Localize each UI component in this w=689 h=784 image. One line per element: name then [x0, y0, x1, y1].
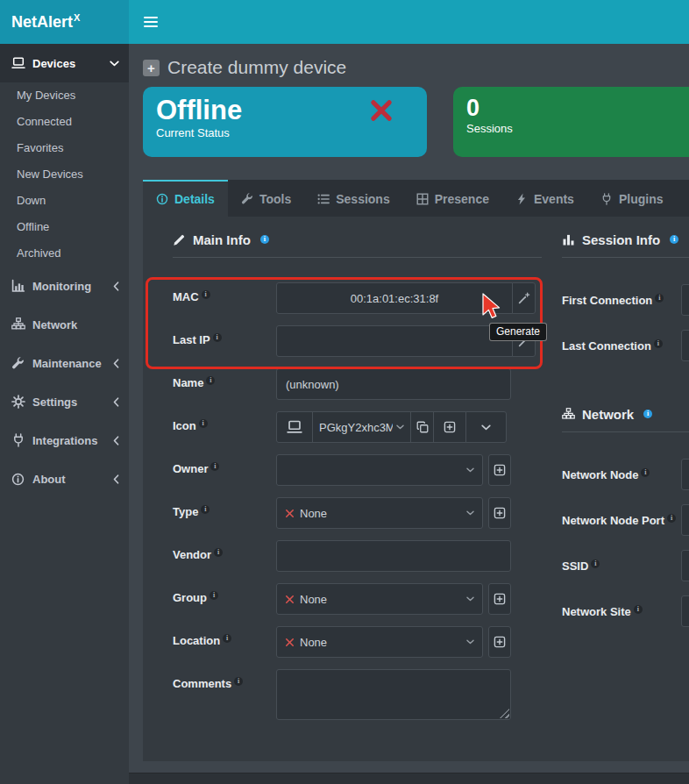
menu-toggle-button[interactable] [144, 17, 158, 27]
vendor-input[interactable] [276, 540, 511, 572]
add-group-button[interactable] [488, 583, 511, 615]
current-status-box[interactable]: Offline Current Status [143, 87, 427, 157]
tab-tools[interactable]: Tools [228, 180, 304, 217]
icon-preview-button[interactable] [276, 411, 313, 443]
ssid-input[interactable] [681, 550, 689, 581]
network-node-port-input[interactable] [681, 504, 689, 536]
owner-label: Owner [173, 454, 276, 475]
info-icon[interactable] [260, 235, 269, 244]
devices-submenu: My Devices Connected Favorites New Devic… [0, 82, 129, 267]
tab-details[interactable]: Details [143, 180, 228, 217]
page-title: Create dummy device [143, 55, 689, 80]
sitemap-icon [562, 408, 575, 421]
wrench-icon [241, 193, 253, 205]
info-icon [214, 548, 223, 557]
comments-textarea[interactable] [276, 669, 511, 720]
bar-chart-icon [562, 233, 575, 246]
field-row-ssid: SSID [562, 550, 689, 581]
plus-square-icon [444, 421, 456, 433]
main-info-header: Main Info [173, 231, 542, 248]
chevron-down-icon [396, 424, 404, 430]
tab-plugins[interactable]: Plugins [587, 180, 677, 217]
info-icon [654, 339, 663, 348]
owner-select[interactable] [276, 454, 483, 486]
network-node-label: Network Node [562, 459, 681, 484]
field-row-first-connection: First Connection [562, 284, 689, 316]
add-icon-button[interactable] [433, 411, 466, 443]
sidebar-item-label: About [32, 473, 66, 486]
sitemap-icon [11, 317, 25, 331]
sidebar-item-my-devices[interactable]: My Devices [0, 82, 129, 109]
sidebar-item-connected[interactable]: Connected [0, 109, 129, 135]
sidebar-item-maintenance[interactable]: Maintenance [0, 344, 129, 382]
field-row-owner: Owner [173, 454, 542, 486]
last-connection-input[interactable] [681, 330, 689, 361]
sidebar-item-favorites[interactable]: Favorites [0, 135, 129, 161]
details-panel: Main Info MAC Last IP [143, 217, 689, 761]
info-icon[interactable] [643, 410, 652, 418]
icon-select[interactable]: PGkgY2xhc3M [312, 411, 411, 443]
copy-icon-button[interactable] [410, 411, 434, 443]
field-row-mac: MAC [173, 282, 542, 314]
location-select[interactable]: None [276, 626, 483, 658]
tab-label: Presence [435, 192, 489, 206]
plus-square-icon [494, 507, 506, 519]
sidebar-item-down[interactable]: Down [0, 188, 129, 214]
sessions-value: 0 [466, 94, 689, 122]
plus-square-icon [494, 464, 506, 476]
sidebar-item-label: Network [32, 318, 77, 331]
sidebar-item-devices[interactable]: Devices [0, 44, 129, 82]
info-icon [210, 591, 218, 600]
sidebar-item-new-devices[interactable]: New Devices [0, 161, 129, 188]
status-label: Current Status [156, 126, 414, 139]
group-label: Group [173, 583, 276, 604]
sidebar-item-integrations[interactable]: Integrations [0, 421, 129, 460]
sidebar-item-network[interactable]: Network [0, 305, 129, 344]
network-node-input[interactable] [681, 459, 689, 490]
chevron-down-icon [481, 424, 491, 431]
icon-select-value: PGkgY2xhc3M [319, 421, 393, 434]
tab-sessions[interactable]: Sessions [304, 180, 402, 217]
info-icon [223, 634, 231, 643]
page-title-text: Create dummy device [167, 57, 346, 78]
sidebar-item-monitoring[interactable]: Monitoring [0, 267, 129, 305]
chevron-left-icon [113, 436, 119, 445]
add-type-button[interactable] [488, 497, 511, 529]
footer [129, 773, 689, 784]
chart-bar-icon [11, 279, 25, 293]
field-row-name: Name [173, 368, 542, 400]
sidebar-item-offline[interactable]: Offline [0, 214, 129, 240]
mac-input[interactable] [276, 282, 513, 314]
tab-presence[interactable]: Presence [403, 180, 502, 217]
plus-square-icon [494, 593, 506, 605]
icon-dropdown-button[interactable] [465, 411, 507, 443]
power-off-x-icon [369, 98, 394, 126]
field-row-network-node: Network Node [562, 459, 689, 490]
sidebar-item-settings[interactable]: Settings [0, 382, 129, 421]
group-select[interactable]: None [276, 583, 483, 615]
section-title: Network [582, 407, 634, 422]
field-row-icon: Icon PGkgY2xhc3M [173, 411, 542, 443]
generate-mac-button[interactable] [512, 282, 536, 314]
last-ip-input[interactable] [276, 325, 513, 357]
name-input[interactable] [276, 368, 511, 400]
network-site-input[interactable] [681, 595, 689, 627]
create-device-icon [143, 60, 160, 76]
info-icon[interactable] [670, 235, 678, 244]
info-icon [655, 294, 664, 303]
tab-events[interactable]: Events [502, 180, 587, 217]
brand-logo[interactable]: NetAlertX [0, 0, 129, 44]
sessions-box[interactable]: 0 Sessions [453, 87, 689, 157]
type-select[interactable]: None [276, 497, 483, 529]
sidebar-item-label: Settings [32, 396, 77, 409]
sidebar-item-label: Devices [32, 57, 75, 70]
first-connection-input[interactable] [681, 284, 689, 316]
vendor-label: Vendor [173, 540, 276, 561]
sidebar-item-about[interactable]: About [0, 460, 129, 498]
sidebar-item-label: Monitoring [32, 280, 91, 293]
add-owner-button[interactable] [488, 454, 511, 486]
add-location-button[interactable] [488, 626, 511, 658]
sidebar-item-archived[interactable]: Archived [0, 240, 129, 267]
info-icon [213, 333, 222, 342]
brand-name: NetAlert [11, 13, 73, 32]
